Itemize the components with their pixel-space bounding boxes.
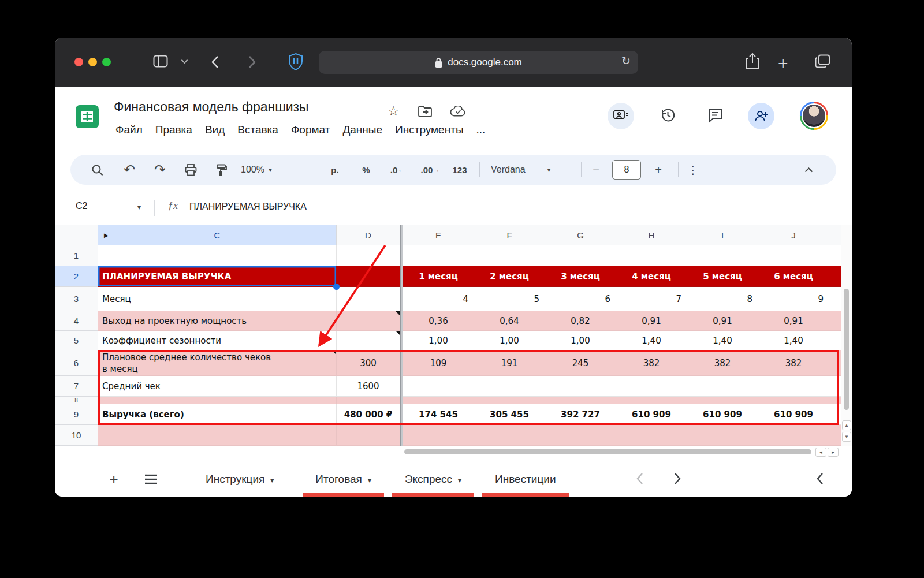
star-icon[interactable]: ☆ xyxy=(388,103,400,119)
menu-item[interactable]: Вставка xyxy=(231,121,285,139)
menu-item[interactable]: Данные xyxy=(336,121,389,139)
sheet-cell[interactable]: Месяц xyxy=(98,287,337,311)
increase-font-size-button[interactable]: + xyxy=(647,158,670,181)
zoom-select[interactable]: 100% ▾ xyxy=(241,158,272,181)
format-currency-button[interactable]: р. xyxy=(323,158,346,181)
sheet-tab[interactable]: Экспресс▾ xyxy=(390,462,476,497)
sheet-cell[interactable] xyxy=(337,397,400,404)
sheet-cell[interactable] xyxy=(98,245,337,266)
sheet-cell[interactable] xyxy=(687,425,758,446)
cloud-saved-icon[interactable] xyxy=(450,106,465,119)
sheet-cell[interactable] xyxy=(758,397,829,404)
privacy-shield-icon[interactable] xyxy=(288,53,303,71)
sheet-cell[interactable]: 480 000 ₽ xyxy=(337,404,400,425)
sheet-cell[interactable]: 1,00 xyxy=(474,331,545,350)
column-header-H[interactable]: H xyxy=(616,225,687,245)
vertical-scrollbar[interactable]: ▲ ▼ xyxy=(841,225,852,446)
sheet-cell[interactable] xyxy=(758,245,829,266)
horizontal-scrollbar-thumb[interactable] xyxy=(404,449,811,454)
print-button[interactable] xyxy=(179,158,202,181)
sheet-cell[interactable]: 1600 xyxy=(337,376,400,397)
sheet-cell[interactable]: 382 xyxy=(616,350,687,376)
sheet-cell[interactable] xyxy=(98,397,337,404)
google-sheets-logo-icon[interactable] xyxy=(76,105,99,128)
sheet-cell[interactable]: 610 909 xyxy=(616,404,687,425)
row-header-4[interactable]: 4 xyxy=(55,311,98,331)
presence-button[interactable] xyxy=(608,103,634,129)
chevron-down-icon[interactable] xyxy=(181,59,188,64)
column-header-J[interactable]: J xyxy=(758,225,829,245)
sheet-cell[interactable]: 1,40 xyxy=(616,331,687,350)
name-box[interactable]: C2 xyxy=(76,201,87,211)
sheet-cell[interactable]: ПЛАНИРУЕМАЯ ВЫРУЧКА xyxy=(98,266,337,287)
sheet-cell[interactable]: 305 455 xyxy=(474,404,545,425)
increase-decimal-button[interactable]: .00→ xyxy=(415,158,445,181)
version-history-icon[interactable] xyxy=(660,107,676,123)
sheet-cell[interactable]: 8 xyxy=(687,287,758,311)
sheet-cell[interactable]: 0,64 xyxy=(474,311,545,331)
sheet-cell[interactable]: 382 xyxy=(758,350,829,376)
sheet-tab[interactable]: Итоговая▾ xyxy=(300,462,386,497)
collapse-panel-icon[interactable] xyxy=(816,472,824,485)
sheet-cell[interactable]: 174 545 xyxy=(403,404,474,425)
sheet-cell[interactable]: 3 месяц xyxy=(545,266,616,287)
group-expand-icon[interactable]: ▶ xyxy=(104,232,109,238)
menu-item[interactable]: Правка xyxy=(149,121,199,139)
sheet-cell[interactable]: Выручка (всего) xyxy=(98,404,337,425)
column-header-E[interactable]: E xyxy=(403,225,474,245)
search-icon[interactable] xyxy=(85,158,109,181)
close-window-button[interactable] xyxy=(74,58,83,66)
new-tab-button[interactable]: + xyxy=(778,54,788,73)
collapse-toolbar-button[interactable] xyxy=(797,158,820,181)
menu-item[interactable]: Формат xyxy=(285,121,337,139)
sheet-cell[interactable]: 610 909 xyxy=(758,404,829,425)
sheet-cell[interactable]: 7 xyxy=(616,287,687,311)
sheet-tab[interactable]: Инструкция▾ xyxy=(191,462,289,497)
sheet-cell[interactable] xyxy=(337,245,400,266)
menu-item[interactable]: Файл xyxy=(109,121,149,139)
document-title[interactable]: Финансовая модель франшизы xyxy=(114,99,309,115)
more-formats-button[interactable]: 123 xyxy=(447,158,472,181)
row-header-1[interactable]: 1 xyxy=(55,245,98,266)
sheet-cell[interactable]: 0,91 xyxy=(616,311,687,331)
decrease-decimal-button[interactable]: .0← xyxy=(384,158,411,181)
fullscreen-window-button[interactable] xyxy=(102,58,111,66)
share-button[interactable] xyxy=(746,53,759,70)
menu-item[interactable]: Инструменты xyxy=(389,121,470,139)
sheet-cell[interactable] xyxy=(545,245,616,266)
scroll-down-button[interactable]: ▼ xyxy=(842,432,851,442)
scroll-right-button[interactable]: ▸ xyxy=(828,448,839,457)
sheet-cell[interactable]: 4 месяц xyxy=(616,266,687,287)
sheet-cell[interactable]: 1,00 xyxy=(403,331,474,350)
sheet-cell[interactable] xyxy=(616,376,687,397)
sheet-cell[interactable] xyxy=(403,425,474,446)
decrease-font-size-button[interactable]: − xyxy=(584,158,608,181)
sheet-cell[interactable] xyxy=(545,397,616,404)
sheet-cell[interactable] xyxy=(403,376,474,397)
forward-button[interactable] xyxy=(248,55,256,69)
select-all-corner[interactable] xyxy=(55,225,98,245)
sheet-tab[interactable]: Инвестиции xyxy=(480,462,571,497)
sheet-cell[interactable]: 4 xyxy=(403,287,474,311)
sheet-cell[interactable] xyxy=(403,397,474,404)
sheet-cell[interactable]: 300 xyxy=(337,350,400,376)
sheet-cell[interactable]: 6 месяц xyxy=(758,266,829,287)
sheet-cell[interactable]: 610 909 xyxy=(687,404,758,425)
row-header-10[interactable]: 10 xyxy=(55,425,98,446)
sheet-cell[interactable]: 245 xyxy=(545,350,616,376)
tab-scroll-left-icon[interactable] xyxy=(636,472,643,485)
sheet-cell[interactable] xyxy=(337,331,400,350)
sheet-cell[interactable] xyxy=(616,425,687,446)
comments-icon[interactable] xyxy=(707,107,723,123)
sheet-cell[interactable] xyxy=(337,266,400,287)
column-header-I[interactable]: I xyxy=(687,225,758,245)
fill-handle[interactable] xyxy=(333,284,340,290)
sheet-cell[interactable]: 1 месяц xyxy=(403,266,474,287)
sheet-cell[interactable]: 0,91 xyxy=(687,311,758,331)
sheet-cell[interactable]: 9 xyxy=(758,287,829,311)
address-bar[interactable]: docs.google.com ↻ xyxy=(319,51,638,74)
tab-overview-button[interactable] xyxy=(815,54,830,68)
sheet-cell[interactable]: Коэффициент сезонности xyxy=(98,331,337,350)
menu-item[interactable]: Вид xyxy=(199,121,231,139)
sheet-cell[interactable] xyxy=(474,376,545,397)
